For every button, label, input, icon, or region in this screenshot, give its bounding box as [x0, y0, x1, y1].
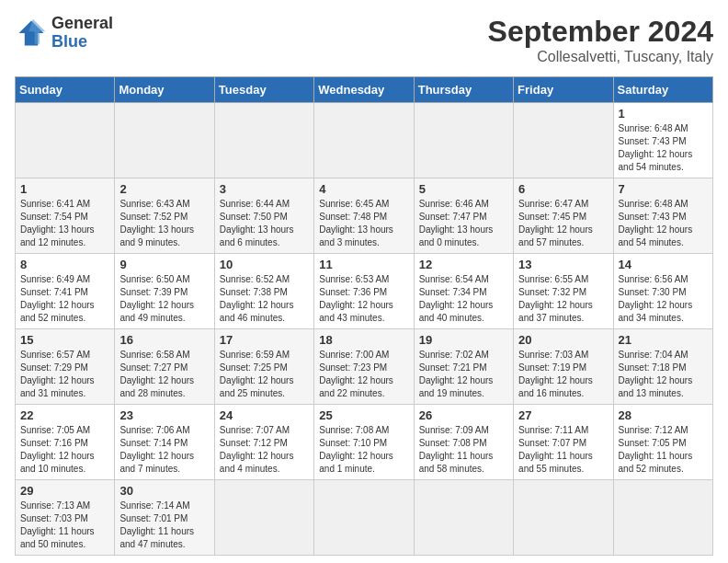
day-info: Sunrise: 7:09 AMSunset: 7:08 PMDaylight:… [419, 424, 508, 476]
day-info: Sunrise: 7:14 AMSunset: 7:01 PMDaylight:… [119, 500, 209, 551]
calendar-day: 3Sunrise: 6:44 AMSunset: 7:50 PMDaylight… [214, 178, 313, 254]
calendar-week-1: 1Sunrise: 6:48 AMSunset: 7:43 PMDaylight… [16, 103, 713, 178]
day-info: Sunrise: 6:54 AMSunset: 7:34 PMDaylight:… [419, 273, 508, 325]
calendar-table: SundayMondayTuesdayWednesdayThursdayFrid… [15, 76, 713, 556]
day-number: 16 [119, 333, 209, 347]
header-saturday: Saturday [613, 77, 712, 103]
day-number: 19 [419, 333, 508, 347]
calendar-day: 28Sunrise: 7:12 AMSunset: 7:05 PMDayligh… [613, 405, 712, 480]
day-number: 30 [119, 484, 209, 498]
day-number: 15 [20, 333, 109, 347]
calendar-day: 4Sunrise: 6:45 AMSunset: 7:48 PMDaylight… [314, 178, 414, 254]
day-info: Sunrise: 7:07 AMSunset: 7:12 PMDaylight:… [220, 424, 309, 476]
calendar-day: 6Sunrise: 6:47 AMSunset: 7:45 PMDaylight… [514, 178, 613, 254]
calendar-day [314, 480, 414, 556]
calendar-day: 12Sunrise: 6:54 AMSunset: 7:34 PMDayligh… [414, 254, 513, 329]
calendar-day [214, 480, 313, 556]
calendar-day [514, 103, 613, 178]
calendar-week-2: 1Sunrise: 6:41 AMSunset: 7:54 PMDaylight… [16, 178, 713, 254]
day-number: 5 [419, 182, 508, 196]
calendar-day [16, 103, 115, 178]
month-title: September 2024 [488, 15, 713, 49]
day-number: 22 [20, 408, 109, 422]
day-number: 8 [20, 258, 109, 271]
day-number: 4 [319, 182, 408, 196]
day-number: 17 [220, 333, 309, 347]
calendar-day: 15Sunrise: 6:57 AMSunset: 7:29 PMDayligh… [16, 329, 115, 405]
calendar-day: 30Sunrise: 7:14 AMSunset: 7:01 PMDayligh… [115, 480, 214, 556]
calendar-day: 13Sunrise: 6:55 AMSunset: 7:32 PMDayligh… [514, 254, 613, 329]
calendar-day: 14Sunrise: 6:56 AMSunset: 7:30 PMDayligh… [613, 254, 712, 329]
day-info: Sunrise: 6:58 AMSunset: 7:27 PMDaylight:… [119, 349, 209, 400]
logo-blue: Blue [51, 33, 113, 52]
calendar-day [613, 480, 712, 556]
calendar-day [115, 103, 214, 178]
logo-general: General [51, 15, 113, 33]
day-info: Sunrise: 7:12 AMSunset: 7:05 PMDaylight:… [619, 424, 708, 476]
day-info: Sunrise: 7:00 AMSunset: 7:23 PMDaylight:… [319, 349, 408, 400]
calendar-day: 7Sunrise: 6:48 AMSunset: 7:43 PMDaylight… [613, 178, 712, 254]
logo: General Blue [15, 15, 113, 52]
header-tuesday: Tuesday [214, 77, 313, 103]
day-number: 27 [518, 408, 608, 422]
calendar-week-4: 15Sunrise: 6:57 AMSunset: 7:29 PMDayligh… [16, 329, 713, 405]
day-number: 12 [419, 258, 508, 271]
day-number: 29 [20, 484, 109, 498]
day-number: 3 [220, 182, 309, 196]
day-number: 7 [619, 182, 708, 196]
calendar-day [414, 103, 513, 178]
day-info: Sunrise: 6:48 AMSunset: 7:43 PMDaylight:… [619, 122, 708, 174]
calendar-day: 29Sunrise: 7:13 AMSunset: 7:03 PMDayligh… [16, 480, 115, 556]
day-info: Sunrise: 6:55 AMSunset: 7:32 PMDaylight:… [518, 273, 608, 325]
day-info: Sunrise: 6:50 AMSunset: 7:39 PMDaylight:… [119, 273, 209, 325]
title-block: September 2024 Collesalvetti, Tuscany, I… [488, 15, 713, 65]
header-monday: Monday [115, 77, 214, 103]
logo-text: General Blue [51, 15, 113, 52]
calendar-day: 24Sunrise: 7:07 AMSunset: 7:12 PMDayligh… [214, 405, 313, 480]
day-info: Sunrise: 6:53 AMSunset: 7:36 PMDaylight:… [319, 273, 408, 325]
day-number: 20 [518, 333, 608, 347]
day-number: 13 [518, 258, 608, 271]
day-number: 1 [619, 107, 708, 121]
calendar-day: 22Sunrise: 7:05 AMSunset: 7:16 PMDayligh… [16, 405, 115, 480]
calendar-day [214, 103, 313, 178]
day-info: Sunrise: 6:52 AMSunset: 7:38 PMDaylight:… [220, 273, 309, 325]
calendar-week-6: 29Sunrise: 7:13 AMSunset: 7:03 PMDayligh… [16, 480, 713, 556]
day-info: Sunrise: 6:45 AMSunset: 7:48 PMDaylight:… [319, 198, 408, 249]
page-header: General Blue September 2024 Collesalvett… [15, 15, 713, 65]
calendar-week-5: 22Sunrise: 7:05 AMSunset: 7:16 PMDayligh… [16, 405, 713, 480]
calendar-day: 9Sunrise: 6:50 AMSunset: 7:39 PMDaylight… [115, 254, 214, 329]
day-info: Sunrise: 7:13 AMSunset: 7:03 PMDaylight:… [20, 500, 109, 551]
day-info: Sunrise: 6:48 AMSunset: 7:43 PMDaylight:… [619, 198, 708, 249]
day-info: Sunrise: 6:44 AMSunset: 7:50 PMDaylight:… [220, 198, 309, 249]
day-info: Sunrise: 7:08 AMSunset: 7:10 PMDaylight:… [319, 424, 408, 476]
day-info: Sunrise: 7:02 AMSunset: 7:21 PMDaylight:… [419, 349, 508, 400]
header-sunday: Sunday [16, 77, 115, 103]
day-number: 6 [518, 182, 608, 196]
calendar-day: 5Sunrise: 6:46 AMSunset: 7:47 PMDaylight… [414, 178, 513, 254]
logo-icon [15, 17, 48, 50]
header-friday: Friday [514, 77, 613, 103]
calendar-day: 16Sunrise: 6:58 AMSunset: 7:27 PMDayligh… [115, 329, 214, 405]
day-number: 18 [319, 333, 408, 347]
day-number: 1 [20, 182, 109, 196]
calendar-day: 1Sunrise: 6:48 AMSunset: 7:43 PMDaylight… [613, 103, 712, 178]
calendar-day: 1Sunrise: 6:41 AMSunset: 7:54 PMDaylight… [16, 178, 115, 254]
calendar-day: 23Sunrise: 7:06 AMSunset: 7:14 PMDayligh… [115, 405, 214, 480]
day-info: Sunrise: 6:47 AMSunset: 7:45 PMDaylight:… [518, 198, 608, 249]
calendar-day [514, 480, 613, 556]
calendar-day: 11Sunrise: 6:53 AMSunset: 7:36 PMDayligh… [314, 254, 414, 329]
day-number: 11 [319, 258, 408, 271]
calendar-day: 19Sunrise: 7:02 AMSunset: 7:21 PMDayligh… [414, 329, 513, 405]
calendar-day: 2Sunrise: 6:43 AMSunset: 7:52 PMDaylight… [115, 178, 214, 254]
calendar-day: 21Sunrise: 7:04 AMSunset: 7:18 PMDayligh… [613, 329, 712, 405]
day-info: Sunrise: 6:57 AMSunset: 7:29 PMDaylight:… [20, 349, 109, 400]
header-wednesday: Wednesday [314, 77, 414, 103]
day-number: 23 [119, 408, 209, 422]
day-info: Sunrise: 6:46 AMSunset: 7:47 PMDaylight:… [419, 198, 508, 249]
day-info: Sunrise: 6:49 AMSunset: 7:41 PMDaylight:… [20, 273, 109, 325]
day-info: Sunrise: 7:11 AMSunset: 7:07 PMDaylight:… [518, 424, 608, 476]
calendar-day: 27Sunrise: 7:11 AMSunset: 7:07 PMDayligh… [514, 405, 613, 480]
day-number: 2 [119, 182, 209, 196]
calendar-day: 18Sunrise: 7:00 AMSunset: 7:23 PMDayligh… [314, 329, 414, 405]
